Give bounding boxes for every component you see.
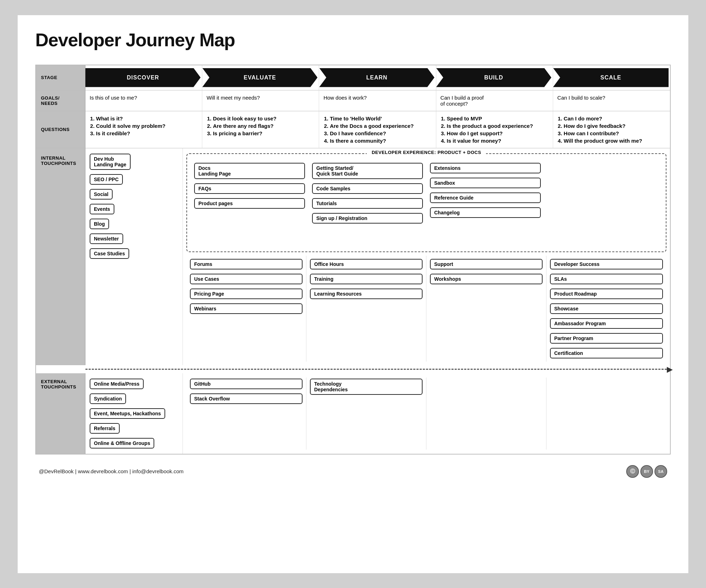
q-evaluate-1: Does it look easy to use?: [213, 115, 315, 121]
external-discover-chips: Online Media/Press Syndication Event, Me…: [89, 378, 179, 450]
chip-events: Events: [90, 204, 114, 214]
stage-evaluate-cell: EVALUATE: [202, 65, 319, 90]
stage-evaluate: EVALUATE: [202, 68, 317, 87]
internal-discover-col: Dev HubLanding Page SEO / PPC Social Eve…: [85, 148, 183, 365]
questions-scale: Can I do more? How do I give feedback? H…: [553, 111, 670, 148]
chip-extensions: Extensions: [430, 163, 541, 173]
q-scale-1: Can I do more?: [564, 115, 666, 121]
chip-online-offline-groups: Online & Offline Groups: [90, 438, 154, 449]
chip-code-samples: Code Samples: [312, 183, 423, 194]
external-label: EXTERNALTOUCH­POINTS: [36, 373, 85, 454]
chip-docs-landing: DocsLanding Page: [194, 163, 305, 179]
learn-dxp-col: Getting Started/Quick Start Guide Code S…: [309, 162, 426, 247]
chip-training: Training: [310, 274, 423, 284]
q-learn-3: Do I have confidence?: [330, 130, 431, 136]
q-discover-3: Is it credible?: [96, 130, 198, 136]
q-scale-3: How can I contribute?: [564, 130, 666, 136]
cc-icon: Ⓒ: [626, 465, 639, 478]
chip-webinars: Webinars: [190, 303, 303, 314]
q-learn-1: Time to 'Hello World': [330, 115, 431, 121]
chip-tutorials: Tutorials: [312, 198, 423, 209]
page-title: Developer Journey Map: [35, 29, 671, 51]
chip-use-cases: Use Cases: [190, 274, 303, 284]
chip-sandbox: Sandbox: [430, 178, 541, 188]
q-evaluate-3: Is pricing a barrier?: [213, 130, 315, 136]
evaluate-dxp-col: DocsLanding Page FAQs Product pages: [191, 162, 309, 247]
questions-evaluate: Does it look easy to use? Are there any …: [202, 111, 319, 148]
dxp-box: DEVELOPER EXPERIENCE: PRODUCT + DOCS Doc…: [186, 153, 666, 252]
chip-product-pages: Product pages: [194, 198, 305, 209]
questions-discover: What is it? Could it solve my problem? I…: [85, 111, 202, 148]
goals-evaluate: Will it meet my needs?: [202, 90, 319, 111]
stage-build-cell: BUILD: [436, 65, 553, 90]
page: Developer Journey Map STAGE DISCOVER EVA…: [18, 15, 688, 573]
by-icon: BY: [640, 465, 653, 478]
stage-learn-cell: LEARN: [319, 65, 436, 90]
chip-case-studies: Case Studies: [90, 248, 129, 259]
chip-workshops: Workshops: [430, 274, 543, 284]
questions-learn: Time to 'Hello World' Are the Docs a goo…: [319, 111, 436, 148]
discover-chips: Dev HubLanding Page SEO / PPC Social Eve…: [89, 153, 179, 260]
q-build-2: Is the product a good experience?: [447, 123, 549, 129]
chip-certification: Certification: [550, 348, 663, 358]
goals-discover: Is this of use to me?: [85, 90, 202, 111]
goals-scale: Can I build to scale?: [553, 90, 670, 111]
q-build-4: Is it value for money?: [447, 138, 549, 144]
q-build-1: Speed to MVP: [447, 115, 549, 121]
internal-label: INTERNALTOUCH­POINTS: [36, 148, 85, 365]
chip-social: Social: [90, 189, 113, 200]
chip-reference-guide: Reference Guide: [430, 192, 541, 203]
q-learn-4: Is there a community?: [330, 138, 431, 144]
chip-slas: SLAs: [550, 274, 663, 284]
chip-product-roadmap: Product Roadmap: [550, 289, 663, 299]
footer-text: @DevRelBook | www.devrelbook.com | info@…: [39, 468, 184, 474]
below-dxp: Forums Use Cases Pricing Page Webinars O…: [186, 256, 666, 362]
stage-build: BUILD: [436, 68, 551, 87]
q-discover-1: What is it?: [96, 115, 198, 121]
stage-discover: DISCOVER: [85, 68, 201, 87]
chip-learning-resources: Learning Resources: [310, 289, 423, 299]
chip-signup: Sign up / Registration: [312, 213, 423, 224]
footer-license-icons: Ⓒ BY SA: [626, 465, 667, 478]
scale-below-col: Developer Success SLAs Product Roadmap S…: [546, 256, 666, 362]
chip-seo: SEO / PPC: [90, 174, 123, 185]
footer: @DevRelBook | www.devrelbook.com | info@…: [35, 465, 671, 478]
sa-icon: SA: [654, 465, 667, 478]
chip-blog: Blog: [90, 219, 109, 229]
build-below-col: Support Workshops: [426, 256, 546, 362]
chip-office-hours: Office Hours: [310, 259, 423, 269]
build-dxp-col: Extensions Sandbox Reference Guide Chang…: [426, 162, 544, 247]
chip-syndication: Syndication: [90, 393, 126, 404]
questions-label: QUESTIONS: [36, 111, 85, 148]
chip-tech-dependencies: TechnologyDependencies: [310, 379, 423, 395]
chip-online-media: Online Media/Press: [90, 379, 144, 389]
q-discover-2: Could it solve my problem?: [96, 123, 198, 129]
chip-stack-overflow: Stack Overflow: [190, 393, 303, 404]
chip-github: GitHub: [190, 379, 303, 389]
chip-referrals: Referrals: [90, 423, 120, 434]
q-scale-4: Will the product grow with me?: [564, 138, 666, 144]
external-build-col: [426, 378, 546, 450]
dxp-label: DEVELOPER EXPERIENCE: PRODUCT + DOCS: [367, 149, 486, 156]
divider-row: ▶: [35, 365, 671, 373]
chip-pricing-page: Pricing Page: [190, 289, 303, 299]
goals-learn: How does it work?: [319, 90, 436, 111]
external-evaluate-col: GitHub Stack Overflow: [186, 378, 306, 450]
chip-faqs: FAQs: [194, 183, 305, 194]
stage-learn: LEARN: [319, 68, 434, 87]
dxp-outer-container: DEVELOPER EXPERIENCE: PRODUCT + DOCS Doc…: [183, 148, 670, 365]
chip-support: Support: [430, 259, 543, 269]
arrow-right-icon: ▶: [667, 365, 673, 374]
chip-dev-hub: Dev HubLanding Page: [90, 154, 131, 170]
goals-build: Can I build a proofof concept?: [436, 90, 553, 111]
questions-build: Speed to MVP Is the product a good exper…: [436, 111, 553, 148]
goals-label: GOALS/NEEDS: [36, 90, 85, 111]
learn-below-col: Office Hours Training Learning Resources: [306, 256, 426, 362]
chip-forums: Forums: [190, 259, 303, 269]
stage-label: STAGE: [36, 65, 85, 90]
stage-discover-cell: DISCOVER: [85, 65, 202, 90]
chip-newsletter: Newsletter: [90, 233, 123, 244]
dashed-divider: ▶: [85, 369, 670, 370]
chip-showcase: Showcase: [550, 303, 663, 314]
q-evaluate-2: Are there any red flags?: [213, 123, 315, 129]
